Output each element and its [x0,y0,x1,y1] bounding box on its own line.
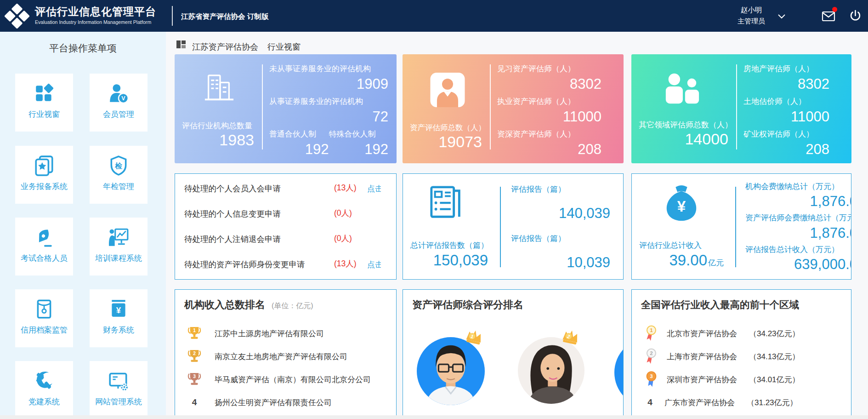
archive-file-icon [34,298,55,320]
sidebar-item-label: 党建系统 [28,396,60,407]
stat-main-value: 39.00 [669,252,707,269]
svg-text:1: 1 [193,328,196,333]
trophy-bronze-icon: 3 [187,372,201,387]
top-navbar: 评估行业信息化管理平台 Evaluation Industry Informat… [0,0,868,32]
pending-count: (13人) [334,258,357,269]
shield-check-icon: 检 [108,155,129,176]
appraiser-total-stats-card: 资产评估师总数（人） 19073 见习资产评估师（人） 8302 执业资产评估师… [403,54,624,163]
sidebar-item-training-courses[interactable]: 培训课程系统 [90,218,148,276]
stat-main-unit: 亿元 [708,258,724,267]
ranking-region: 上海市资产评估协会 [667,351,737,362]
reports-total-card: 总计评估报告数（篇） 150,039 评估报告（篇） 140,039 评估报告（… [403,173,624,280]
ranking-row: 2 上海市资产评估协会 （34.13亿元） [644,347,846,366]
stat-item-value: 140,039 [511,206,610,221]
appraiser-score-ranking-card: 资产评估师综合评分排名 1 [403,289,624,419]
pending-label: 待处理的个人注销退会申请 [184,234,281,245]
sidebar-item-label: 网站管理系统 [95,396,142,407]
finance-yuan-icon: ¥ [108,298,129,320]
stat-item-label: 评估报告总计收入（万元） [745,244,851,253]
medal-bronze-icon: 3 [645,371,658,388]
ranking-value: （31.23亿元） [747,397,798,408]
sidebar-item-finance[interactable]: ¥ 财务系统 [90,289,148,347]
pending-applications-card: 待处理的个人会员入会申请 (13人) 点击 待处理的个人信息变更申请 (0人) … [175,173,397,280]
pending-row: 待处理的个人信息变更申请 (0人) [175,208,396,220]
appraiser-person-icon [430,73,465,107]
header-divider [172,6,173,26]
pending-click-link[interactable]: 点击 [367,259,381,270]
svg-text:检: 检 [114,162,122,170]
sidebar-item-label: 考试合格人员 [21,253,68,264]
user-menu[interactable]: 赵小明 主管理员 [726,5,777,27]
pending-count: (13人) [334,182,357,193]
pen-nib-icon [34,227,55,248]
sidebar-item-label: 会员管理 [103,109,134,120]
stat-item-label: 评估报告（篇） [511,184,610,193]
pending-label: 待处理的个人会员入会申请 [184,183,281,194]
money-bag-icon: ¥ [662,182,701,223]
mail-icon[interactable] [822,11,835,22]
stat-item-value: 639,000.0 [745,257,851,272]
stat-main-value: 1983 [182,132,255,148]
breadcrumb-page: 行业视窗 [267,42,301,52]
newspaper-icon [429,185,465,223]
male-appraiser-photo [417,337,485,405]
building-icon [202,73,236,105]
stat-item-value: 11000 [497,109,601,124]
ranking-value: （34.23亿元） [749,328,800,339]
stat-item-label: 执业资产评估师（人） [497,96,601,105]
rank2-crown-icon: 2 [561,328,580,346]
medal-gold-icon: 1 [645,325,658,342]
card-divider [490,64,491,149]
party-emblem-icon [34,370,55,391]
stat-item-value: 1909 [269,77,388,92]
platform-subtitle: Evaluation Industry Information Manageme… [35,19,151,25]
breadcrumb-org: 江苏资产评估协会 [192,42,258,52]
pending-label: 待处理的资产评估师身份变更申请 [184,259,305,270]
chevron-down-icon[interactable] [777,14,786,19]
stat-main-value: 150,039 [433,252,488,269]
stat-item-value: 72 [269,109,388,124]
ranking-row: 3 毕马威资产评估（南京）有限公司北京分公司 [187,370,391,389]
sidebar-title: 平台操作菜单项 [0,42,166,55]
pending-label: 待处理的个人信息变更申请 [184,208,281,219]
ranking-unit: (单位：亿元) [272,302,313,310]
stat-item-value: 10,039 [511,255,610,270]
ranking-value: （34.01亿元） [749,374,800,385]
ranking-row: 2 南京立友土地房地产资产评估有限公司 [187,347,391,366]
sidebar-item-annual-check[interactable]: 检 年检管理 [90,146,148,204]
sidebar-item-label: 年检管理 [103,181,134,192]
sidebar-item-website-mgmt[interactable]: 网站管理系统 [90,361,148,419]
stat-main-value: 14000 [639,131,729,147]
platform-title: 评估行业信息化管理平台 [35,5,156,19]
svg-text:1: 1 [650,327,652,333]
stat-pair-label: 普通合伙人制 [269,129,329,138]
sidebar-item-party-building[interactable]: 党建系统 [15,361,73,419]
sidebar-item-industry-view[interactable]: 行业视窗 [15,74,73,132]
sidebar-item-exam-passed[interactable]: 考试合格人员 [15,218,73,276]
bottom-scrollbar-track[interactable] [0,415,868,419]
stat-main-label: 评估行业总计收入 [638,240,724,251]
power-logout-icon[interactable] [849,10,862,22]
sidebar-item-label: 财务系统 [103,325,134,335]
org-total-stats-card: 评估行业机构总数量 1983 未从事证券服务业的评估机构 1909 从事证券服务… [175,54,397,163]
sidebar-item-label: 行业视窗 [28,109,60,120]
pending-click-link[interactable]: 点击 [367,184,381,194]
user-role: 主管理员 [726,16,777,27]
ranking-region: 深圳市资产评估协会 [667,374,737,385]
platform-logo-icon [5,4,29,29]
stat-item-label: 未从事证券服务业的评估机构 [269,63,388,73]
stat-item-value: 208 [497,142,601,157]
ranking-row: 1 北京市资产评估协会 （34.23亿元） [644,324,846,343]
sidebar-item-business-filing[interactable]: 业务报备系统 [15,146,73,204]
rank2-appraiser-avatar [518,337,584,404]
ranking-number: 4 [644,397,656,408]
ranking-row: 3 深圳市资产评估协会 （34.01亿元） [644,370,846,389]
user-name: 赵小明 [726,5,777,16]
sidebar-item-member-mgmt[interactable]: V 会员管理 [90,74,148,132]
stat-main-label: 评估行业机构总数量 [182,121,255,131]
sidebar-item-credit-archive[interactable]: 信用档案监管 [15,289,73,347]
stat-item-value: 11000 [743,109,829,124]
pending-count: (0人) [334,233,352,244]
stat-item-value: 208 [743,142,829,157]
ranking-company: 扬州公生明资产评估有限责任公司 [215,397,332,408]
